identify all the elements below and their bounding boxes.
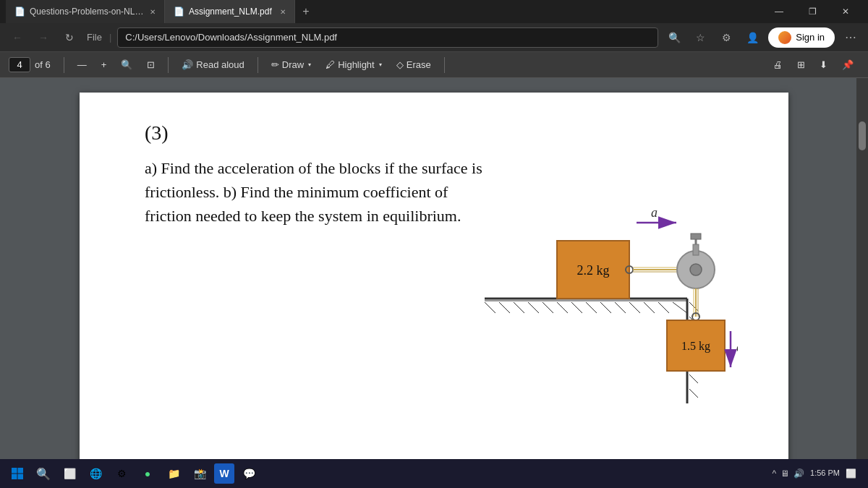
search-taskbar-button[interactable]: 🔍 — [32, 462, 55, 485]
account-icon[interactable]: 👤 — [742, 27, 762, 48]
maximize-button[interactable]: ❐ — [796, 0, 829, 23]
title-bar: 📄 Questions-Problems-on-NLM.p… ✕ 📄 Assig… — [0, 0, 868, 23]
svg-rect-46 — [18, 474, 24, 480]
accel-label-1: a — [651, 205, 658, 220]
system-tray: ^ 🖥 🔊 1:56 PM ⬜ — [772, 468, 862, 479]
block2-label: 1.5 kg — [681, 340, 710, 353]
new-tab-button[interactable]: + — [295, 5, 317, 18]
favorites-icon[interactable]: ☆ — [690, 27, 710, 48]
svg-line-14 — [644, 302, 655, 313]
draw-dropdown-icon: ▾ — [308, 61, 311, 68]
taskbar-edge[interactable]: 🌐 — [84, 462, 107, 485]
tab-icon-questions: 📄 — [14, 7, 25, 17]
svg-rect-31 — [693, 244, 699, 255]
tray-icons: ^ 🖥 🔊 — [772, 468, 804, 479]
minimize-button[interactable]: — — [762, 0, 796, 23]
accel-label-2: a — [736, 340, 738, 354]
show-desktop[interactable]: ⬜ — [846, 468, 856, 479]
highlight-button[interactable]: 🖊 Highlight ▾ — [320, 56, 388, 73]
svg-line-12 — [615, 302, 626, 313]
tab-close-questions[interactable]: ✕ — [150, 8, 156, 16]
read-aloud-button[interactable]: 🔊 Read aloud — [176, 56, 250, 73]
physics-diagram: 2.2 kg — [463, 158, 738, 403]
scrollbar[interactable] — [856, 78, 868, 488]
taskbar-chrome[interactable]: ● — [136, 462, 159, 485]
forward-button[interactable]: → — [33, 27, 54, 48]
pin-button[interactable]: 📌 — [836, 56, 859, 73]
fit-page-button[interactable]: ⊡ — [141, 56, 161, 73]
address-input[interactable] — [117, 27, 658, 48]
settings-icon-addr[interactable]: ⚙ — [716, 27, 736, 48]
page-number-input[interactable] — [9, 57, 30, 72]
address-bar: ← → ↻ File | 🔍 ☆ ⚙ 👤 Sign in ⋯ — [0, 23, 868, 52]
search-pdf-button[interactable]: 🔍 — [115, 56, 138, 73]
back-button[interactable]: ← — [7, 27, 27, 48]
svg-line-4 — [499, 302, 510, 313]
save-icon: ⬇ — [820, 59, 827, 70]
svg-line-16 — [673, 302, 687, 313]
taskbar-files[interactable]: 📁 — [162, 462, 185, 485]
pdf-toolbar: of 6 — + 🔍 ⊡ 🔊 Read aloud ✏ Draw ▾ 🖊 Hig… — [0, 52, 868, 78]
svg-line-23 — [689, 389, 698, 398]
read-aloud-icon: 🔊 — [182, 59, 193, 70]
zoom-in-button[interactable]: + — [95, 56, 113, 73]
sign-in-label: Sign in — [796, 32, 825, 43]
taskbar-teams[interactable]: 💬 — [237, 462, 260, 485]
separator-4 — [444, 57, 445, 73]
tab-label-assignment: Assignment_NLM.pdf — [189, 7, 276, 17]
diagram-svg: 2.2 kg — [463, 158, 738, 403]
svg-line-10 — [586, 302, 597, 313]
draw-label: Draw — [282, 59, 304, 70]
svg-rect-33 — [691, 234, 701, 239]
refresh-button[interactable]: ↻ — [59, 27, 80, 48]
tab-close-assignment[interactable]: ✕ — [280, 8, 286, 16]
draw-icon: ✏ — [271, 59, 279, 70]
sign-in-avatar — [778, 31, 791, 44]
scroll-thumb[interactable] — [859, 121, 866, 150]
save-button[interactable]: ⬇ — [814, 56, 833, 73]
tab-questions[interactable]: 📄 Questions-Problems-on-NLM.p… ✕ — [6, 0, 165, 23]
tray-chevron[interactable]: ^ — [772, 468, 776, 479]
erase-button[interactable]: ◇ Erase — [391, 56, 437, 73]
highlight-dropdown-icon: ▾ — [379, 61, 382, 68]
window-controls: — ❐ ✕ — [762, 0, 862, 23]
svg-line-6 — [528, 302, 539, 313]
address-icons: 🔍 ☆ ⚙ 👤 — [664, 27, 762, 48]
search-icon[interactable]: 🔍 — [664, 27, 684, 48]
close-button[interactable]: ✕ — [829, 0, 862, 23]
tab-assignment[interactable]: 📄 Assignment_NLM.pdf ✕ — [165, 0, 295, 23]
view-button[interactable]: ⊞ — [791, 56, 811, 73]
taskbar-photos[interactable]: 📸 — [188, 462, 211, 485]
tray-network[interactable]: 🖥 — [780, 468, 789, 479]
svg-line-7 — [542, 302, 553, 313]
zoom-out-button[interactable]: — — [72, 56, 93, 73]
print-button[interactable]: 🖨 — [767, 56, 788, 73]
system-clock[interactable]: 1:56 PM — [810, 468, 840, 479]
taskbar-gear[interactable]: ⚙ — [110, 462, 133, 485]
svg-rect-44 — [18, 468, 24, 474]
separator-1 — [64, 57, 64, 73]
zoom-out-icon: — — [77, 59, 87, 70]
toolbar-right: 🖨 ⊞ ⬇ 📌 — [767, 56, 859, 73]
svg-line-9 — [571, 302, 582, 313]
draw-button[interactable]: ✏ Draw ▾ — [265, 56, 317, 73]
svg-line-13 — [629, 302, 640, 313]
more-button[interactable]: ⋯ — [841, 27, 861, 48]
highlight-label: Highlight — [338, 59, 375, 70]
windows-icon — [11, 467, 24, 480]
clock-time: 1:56 PM — [810, 468, 840, 479]
start-button[interactable] — [6, 462, 29, 485]
read-aloud-label: Read aloud — [196, 59, 244, 70]
sign-in-button[interactable]: Sign in — [768, 27, 835, 48]
svg-line-8 — [557, 302, 568, 313]
svg-line-22 — [689, 374, 698, 383]
problem-number: (3) — [145, 121, 738, 145]
pdf-content-area: (3) a) Find the acceleration of the bloc… — [0, 78, 868, 488]
tray-volume[interactable]: 🔊 — [793, 468, 804, 479]
problem-text: a) Find the acceleration of the blocks i… — [145, 156, 492, 228]
taskview-button[interactable]: ⬜ — [58, 462, 81, 485]
svg-line-11 — [600, 302, 611, 313]
taskbar-word[interactable]: W — [214, 463, 234, 484]
fit-page-icon: ⊡ — [147, 59, 155, 70]
erase-label: Erase — [407, 59, 431, 70]
